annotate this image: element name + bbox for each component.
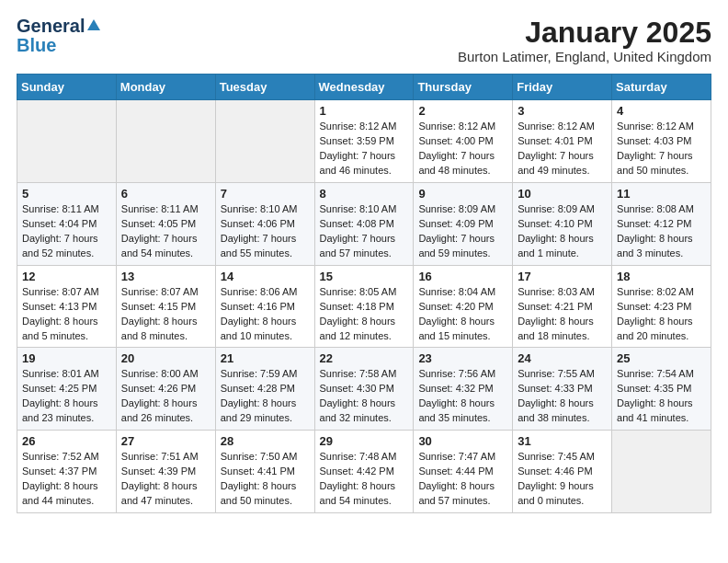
day-info: Sunrise: 8:10 AMSunset: 4:06 PMDaylight:… <box>221 202 310 261</box>
week-row-1: 1Sunrise: 8:12 AMSunset: 3:59 PMDaylight… <box>17 100 711 183</box>
day-number: 31 <box>518 434 607 448</box>
logo: General Blue <box>17 17 103 56</box>
day-number: 28 <box>221 434 310 448</box>
day-info: Sunrise: 8:07 AMSunset: 4:13 PMDaylight:… <box>22 285 111 344</box>
day-number: 13 <box>121 270 210 283</box>
day-number: 26 <box>22 434 111 448</box>
day-info: Sunrise: 8:11 AMSunset: 4:04 PMDaylight:… <box>22 202 111 261</box>
day-info: Sunrise: 8:09 AMSunset: 4:10 PMDaylight:… <box>518 202 607 261</box>
day-number: 9 <box>418 187 507 201</box>
day-number: 4 <box>617 104 706 118</box>
calendar-cell: 26Sunrise: 7:52 AMSunset: 4:37 PMDayligh… <box>17 431 117 513</box>
day-info: Sunrise: 8:09 AMSunset: 4:09 PMDaylight:… <box>418 202 507 261</box>
day-number: 2 <box>418 104 507 118</box>
calendar-cell: 10Sunrise: 8:09 AMSunset: 4:10 PMDayligh… <box>513 182 612 265</box>
day-number: 15 <box>320 270 409 283</box>
week-row-5: 26Sunrise: 7:52 AMSunset: 4:37 PMDayligh… <box>17 431 711 513</box>
day-info: Sunrise: 8:12 AMSunset: 4:00 PMDaylight:… <box>418 120 507 178</box>
calendar-cell: 21Sunrise: 7:59 AMSunset: 4:28 PMDayligh… <box>215 348 314 431</box>
day-info: Sunrise: 8:04 AMSunset: 4:20 PMDaylight:… <box>418 285 507 344</box>
calendar-cell: 16Sunrise: 8:04 AMSunset: 4:20 PMDayligh… <box>414 265 513 348</box>
calendar-cell: 19Sunrise: 8:01 AMSunset: 4:25 PMDayligh… <box>17 348 117 431</box>
calendar-cell: 7Sunrise: 8:10 AMSunset: 4:06 PMDaylight… <box>215 182 314 265</box>
calendar-cell: 22Sunrise: 7:58 AMSunset: 4:30 PMDayligh… <box>314 348 414 431</box>
day-number: 23 <box>418 351 507 365</box>
calendar-cell: 9Sunrise: 8:09 AMSunset: 4:09 PMDaylight… <box>414 182 513 265</box>
day-number: 22 <box>320 351 409 365</box>
day-number: 17 <box>518 270 607 283</box>
calendar-cell: 3Sunrise: 8:12 AMSunset: 4:01 PMDaylight… <box>513 100 612 183</box>
calendar-cell: 4Sunrise: 8:12 AMSunset: 4:03 PMDaylight… <box>612 100 711 183</box>
day-number: 14 <box>221 270 310 283</box>
day-info: Sunrise: 7:45 AMSunset: 4:46 PMDaylight:… <box>518 450 607 509</box>
day-number: 19 <box>22 351 111 365</box>
logo-blue: Blue <box>17 35 56 55</box>
week-row-3: 12Sunrise: 8:07 AMSunset: 4:13 PMDayligh… <box>17 265 711 348</box>
weekday-header-wednesday: Wednesday <box>314 75 414 100</box>
title-block: January 2025 Burton Latimer, England, Un… <box>458 17 711 64</box>
calendar-cell: 23Sunrise: 7:56 AMSunset: 4:32 PMDayligh… <box>414 348 513 431</box>
calendar-cell: 17Sunrise: 8:03 AMSunset: 4:21 PMDayligh… <box>513 265 612 348</box>
day-number: 11 <box>617 187 706 201</box>
weekday-header-row: SundayMondayTuesdayWednesdayThursdayFrid… <box>17 75 711 100</box>
week-row-4: 19Sunrise: 8:01 AMSunset: 4:25 PMDayligh… <box>17 348 711 431</box>
day-number: 3 <box>518 104 607 118</box>
calendar-cell: 20Sunrise: 8:00 AMSunset: 4:26 PMDayligh… <box>116 348 215 431</box>
day-info: Sunrise: 8:00 AMSunset: 4:26 PMDaylight:… <box>121 367 210 426</box>
calendar-cell: 8Sunrise: 8:10 AMSunset: 4:08 PMDaylight… <box>314 182 414 265</box>
day-info: Sunrise: 8:12 AMSunset: 4:01 PMDaylight:… <box>518 120 607 178</box>
calendar-cell: 25Sunrise: 7:54 AMSunset: 4:35 PMDayligh… <box>612 348 711 431</box>
page: General Blue January 2025 Burton Latimer… <box>0 0 728 524</box>
day-info: Sunrise: 8:11 AMSunset: 4:05 PMDaylight:… <box>121 202 210 261</box>
calendar-cell: 6Sunrise: 8:11 AMSunset: 4:05 PMDaylight… <box>116 182 215 265</box>
calendar-cell <box>17 100 117 183</box>
calendar-cell: 18Sunrise: 8:02 AMSunset: 4:23 PMDayligh… <box>612 265 711 348</box>
weekday-header-monday: Monday <box>116 75 215 100</box>
day-number: 24 <box>518 351 607 365</box>
svg-marker-0 <box>87 19 100 30</box>
day-number: 12 <box>22 270 111 283</box>
logo-text: General <box>17 17 103 35</box>
calendar-cell: 14Sunrise: 8:06 AMSunset: 4:16 PMDayligh… <box>215 265 314 348</box>
calendar-title: January 2025 <box>458 17 711 49</box>
calendar-subtitle: Burton Latimer, England, United Kingdom <box>458 49 711 64</box>
day-info: Sunrise: 8:12 AMSunset: 3:59 PMDaylight:… <box>320 120 409 178</box>
day-number: 25 <box>617 351 706 365</box>
day-info: Sunrise: 7:50 AMSunset: 4:41 PMDaylight:… <box>221 450 310 509</box>
day-info: Sunrise: 7:47 AMSunset: 4:44 PMDaylight:… <box>418 450 507 509</box>
calendar-cell: 15Sunrise: 8:05 AMSunset: 4:18 PMDayligh… <box>314 265 414 348</box>
calendar-cell: 13Sunrise: 8:07 AMSunset: 4:15 PMDayligh… <box>116 265 215 348</box>
calendar-cell: 5Sunrise: 8:11 AMSunset: 4:04 PMDaylight… <box>17 182 117 265</box>
weekday-header-tuesday: Tuesday <box>215 75 314 100</box>
week-row-2: 5Sunrise: 8:11 AMSunset: 4:04 PMDaylight… <box>17 182 711 265</box>
calendar-cell: 11Sunrise: 8:08 AMSunset: 4:12 PMDayligh… <box>612 182 711 265</box>
day-number: 27 <box>121 434 210 448</box>
calendar-cell: 28Sunrise: 7:50 AMSunset: 4:41 PMDayligh… <box>215 431 314 513</box>
day-info: Sunrise: 7:58 AMSunset: 4:30 PMDaylight:… <box>320 367 409 426</box>
calendar-cell: 29Sunrise: 7:48 AMSunset: 4:42 PMDayligh… <box>314 431 414 513</box>
calendar-cell: 30Sunrise: 7:47 AMSunset: 4:44 PMDayligh… <box>414 431 513 513</box>
day-number: 16 <box>418 270 507 283</box>
day-number: 8 <box>320 187 409 201</box>
weekday-header-friday: Friday <box>513 75 612 100</box>
day-info: Sunrise: 7:56 AMSunset: 4:32 PMDaylight:… <box>418 367 507 426</box>
header: General Blue January 2025 Burton Latimer… <box>17 17 711 64</box>
day-info: Sunrise: 7:52 AMSunset: 4:37 PMDaylight:… <box>22 450 111 509</box>
day-number: 1 <box>320 104 409 118</box>
day-number: 5 <box>22 187 111 201</box>
calendar-cell: 1Sunrise: 8:12 AMSunset: 3:59 PMDaylight… <box>314 100 414 183</box>
day-info: Sunrise: 8:03 AMSunset: 4:21 PMDaylight:… <box>518 285 607 344</box>
logo-icon <box>85 17 102 34</box>
day-number: 20 <box>121 351 210 365</box>
day-info: Sunrise: 8:08 AMSunset: 4:12 PMDaylight:… <box>617 202 706 261</box>
day-number: 21 <box>221 351 310 365</box>
day-info: Sunrise: 8:10 AMSunset: 4:08 PMDaylight:… <box>320 202 409 261</box>
calendar-cell: 2Sunrise: 8:12 AMSunset: 4:00 PMDaylight… <box>414 100 513 183</box>
weekday-header-saturday: Saturday <box>612 75 711 100</box>
calendar-cell <box>116 100 215 183</box>
calendar-cell <box>215 100 314 183</box>
day-number: 7 <box>221 187 310 201</box>
calendar-cell: 24Sunrise: 7:55 AMSunset: 4:33 PMDayligh… <box>513 348 612 431</box>
day-info: Sunrise: 8:02 AMSunset: 4:23 PMDaylight:… <box>617 285 706 344</box>
day-info: Sunrise: 8:01 AMSunset: 4:25 PMDaylight:… <box>22 367 111 426</box>
